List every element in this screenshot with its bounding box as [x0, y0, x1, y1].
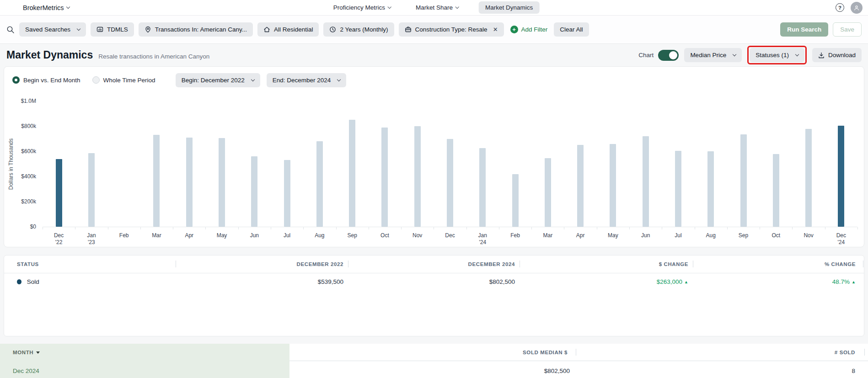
x-axis-label: Sep — [336, 232, 369, 239]
filter-chip-time-period[interactable]: 2 Years (Monthly) — [323, 22, 394, 37]
filter-chip-construction-type[interactable]: Construction Type: Resale ✕ — [399, 22, 504, 37]
chevron-down-icon — [733, 53, 736, 56]
x-axis-tick — [597, 227, 597, 229]
x-axis-tick — [173, 227, 173, 229]
save-button[interactable]: Save — [833, 22, 862, 37]
dollar-change-value: $263,000 — [657, 278, 682, 285]
x-axis-label: Jun — [629, 232, 662, 239]
chart-bar[interactable] — [447, 139, 453, 227]
x-axis-label: Mar — [140, 232, 173, 239]
y-axis-tick-label: $400k — [4, 173, 36, 180]
x-axis-label: Jan'23 — [75, 232, 107, 246]
x-axis-label: Jan'24 — [466, 232, 499, 246]
chart-y-axis: $1.0M$800k$600k$400k$200k$0 — [4, 101, 36, 234]
chart-bar[interactable] — [675, 151, 681, 227]
radio-whole-time-period[interactable]: Whole Time Period — [92, 76, 155, 84]
x-axis-label: Jul — [271, 232, 303, 239]
column-header-month[interactable]: MONTH — [0, 344, 289, 361]
filter-chip-mls[interactable]: TDMLS — [91, 22, 134, 37]
up-arrow-icon: ▲ — [852, 280, 856, 284]
chart-bar[interactable] — [610, 144, 616, 227]
chart-bar[interactable] — [838, 126, 844, 227]
avatar[interactable] — [851, 2, 863, 14]
begin-month-dropdown[interactable]: Begin: December 2022 — [176, 73, 260, 87]
x-axis-label: Sep — [727, 232, 760, 239]
filter-chip-property-type[interactable]: All Residential — [257, 22, 319, 37]
month-table-header: MONTH SOLD MEDIAN $ # SOLD — [0, 344, 868, 361]
chart-bar[interactable] — [479, 148, 486, 227]
download-button[interactable]: Download — [812, 48, 862, 62]
table-row[interactable]: Sold $539,500 $802,500 $263,000▲ 48.7%▲ — [4, 273, 864, 290]
chevron-down-icon — [337, 77, 341, 81]
chart-bar[interactable] — [414, 126, 421, 227]
chart-bar[interactable] — [56, 159, 62, 227]
chevron-down-icon — [795, 53, 799, 56]
x-axis-label: Aug — [303, 232, 336, 239]
chart-bar[interactable] — [381, 128, 388, 227]
tab-market-dynamics[interactable]: Market Dynamics — [479, 1, 539, 14]
tab-market-share[interactable]: Market Share — [411, 1, 463, 14]
chart-bar[interactable] — [251, 156, 257, 227]
statuses-dropdown[interactable]: Statuses (1) — [750, 48, 804, 62]
chart-bar[interactable] — [512, 174, 519, 227]
month-value: Dec 2024 — [0, 361, 289, 378]
x-axis-tick — [140, 227, 141, 229]
tab-proficiency-metrics[interactable]: Proficiency Metrics — [329, 1, 396, 14]
chevron-down-icon — [66, 5, 70, 9]
chart-bar[interactable] — [773, 154, 779, 227]
x-axis-label: Aug — [695, 232, 727, 239]
search-icon[interactable] — [6, 26, 15, 34]
brand-menu[interactable]: BrokerMetrics — [23, 4, 70, 11]
chart-bar[interactable] — [349, 120, 355, 227]
chart-plot: Dec'22Jan'23FebMarAprMayJunJulAugSepOctN… — [43, 101, 857, 252]
house-icon — [263, 26, 270, 33]
chart-bar[interactable] — [707, 151, 714, 227]
chart-toggle[interactable] — [658, 50, 679, 61]
radio-unselected-icon — [92, 76, 100, 84]
chevron-down-icon — [251, 77, 254, 81]
x-axis-label: Dec'22 — [43, 232, 75, 246]
x-axis-tick — [108, 227, 108, 229]
radio-selected-icon — [12, 76, 20, 84]
y-axis-tick-label: $1.0M — [4, 98, 36, 104]
run-search-button[interactable]: Run Search — [780, 22, 828, 37]
column-header-pct-change: % CHANGE — [697, 261, 864, 267]
chart-bar[interactable] — [545, 158, 551, 227]
filter-chip-transactions-in[interactable]: Transactions In: American Cany... — [139, 22, 253, 37]
x-axis-label: May — [205, 232, 238, 239]
sort-descending-icon — [36, 351, 40, 354]
chart-bar[interactable] — [284, 160, 290, 227]
x-axis-tick — [401, 227, 402, 229]
chart-bar[interactable] — [186, 138, 193, 227]
table-row[interactable]: Dec 2024 $802,500 8 — [0, 361, 868, 378]
x-axis-tick — [43, 227, 43, 229]
radio-begin-vs-end-month[interactable]: Begin vs. End Month — [12, 76, 80, 84]
add-filter-button[interactable]: + Add Filter — [509, 26, 550, 33]
metric-dropdown[interactable]: Median Price — [684, 48, 742, 62]
chart-bar[interactable] — [153, 135, 160, 227]
chart-bar[interactable] — [643, 136, 649, 227]
chart-bar[interactable] — [577, 145, 584, 227]
sold-status-dot — [17, 279, 21, 284]
clear-all-button[interactable]: Clear All — [554, 22, 589, 37]
x-axis-label: Jun — [238, 232, 271, 239]
chart-bar[interactable] — [219, 138, 225, 227]
chart-bar[interactable] — [805, 129, 812, 227]
column-header-status: STATUS — [4, 261, 169, 267]
column-header-sold-median[interactable]: SOLD MEDIAN $ — [289, 344, 576, 361]
column-header-num-sold[interactable]: # SOLD — [576, 344, 868, 361]
help-icon[interactable]: ? — [836, 3, 844, 12]
y-axis-tick-label: $200k — [4, 198, 36, 205]
x-axis-label: Dec'24 — [825, 232, 857, 246]
status-table-header: STATUS DECEMBER 2022 DECEMBER 2024 $ CHA… — [4, 256, 864, 273]
top-nav: BrokerMetrics Proficiency Metrics Market… — [0, 0, 868, 16]
x-axis-label: Mar — [531, 232, 564, 239]
chart-bar[interactable] — [316, 141, 323, 227]
chart-bar[interactable] — [88, 153, 95, 227]
chart-bar[interactable] — [740, 134, 747, 227]
sold-median-value: $802,500 — [289, 367, 576, 374]
saved-searches-dropdown[interactable]: Saved Searches — [19, 22, 86, 37]
status-table: STATUS DECEMBER 2022 DECEMBER 2024 $ CHA… — [4, 255, 864, 336]
end-month-dropdown[interactable]: End: December 2024 — [267, 73, 347, 87]
remove-filter-icon[interactable]: ✕ — [493, 26, 498, 33]
